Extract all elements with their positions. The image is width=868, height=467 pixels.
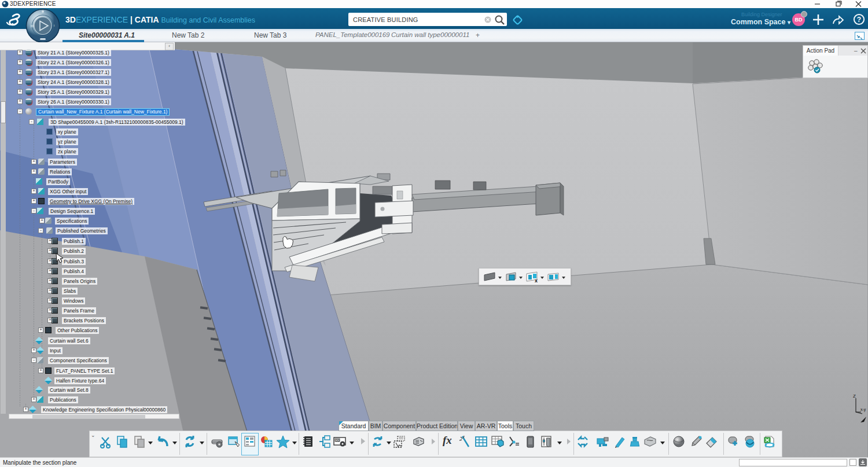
svg-text:i: i <box>54 24 54 27</box>
svg-text:DD: DD <box>336 439 340 442</box>
svg-text:x: x <box>535 278 538 283</box>
svg-text:x-y: x-y <box>860 407 866 412</box>
svg-text:3D: 3D <box>30 24 34 28</box>
svg-text:Z: Z <box>853 394 856 399</box>
svg-text:?: ? <box>857 16 861 24</box>
